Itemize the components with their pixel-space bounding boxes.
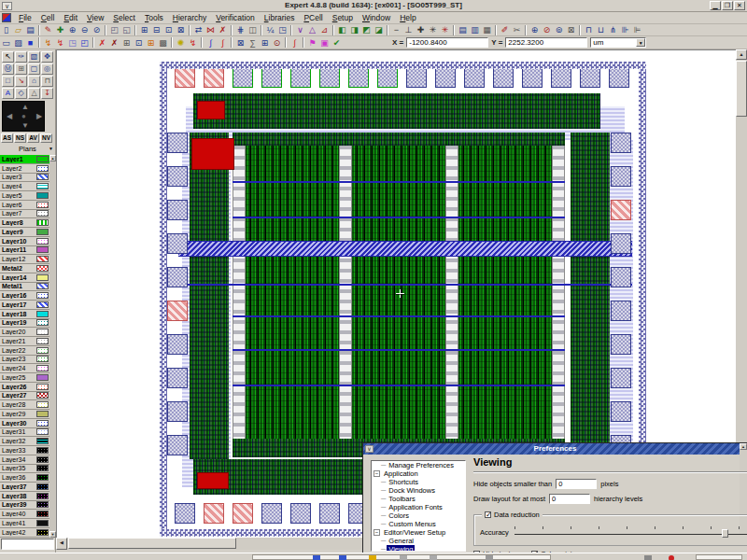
scroll-up-icon[interactable]: ▲	[736, 49, 747, 60]
toolbar-icon[interactable]: ▤	[24, 24, 36, 35]
tree-item-toolbars[interactable]: ─Toolbars	[372, 495, 465, 503]
toolbar-icon[interactable]: ∫	[289, 37, 301, 49]
toolbar-icon[interactable]: ▥	[469, 24, 481, 35]
layer-row[interactable]: Layer8	[0, 218, 49, 228]
taskbar-icon[interactable]	[339, 555, 346, 560]
toolbar-icon[interactable]: ⊟	[150, 24, 162, 35]
toolbar-icon[interactable]: ✳	[439, 24, 451, 35]
toolbar-icon[interactable]: ⚑	[306, 37, 318, 49]
toolbar-icon[interactable]: ◰	[108, 24, 120, 35]
layer-row[interactable]: Layer1	[0, 155, 49, 164]
menu-item-window[interactable]: Window	[358, 13, 395, 22]
layer-row[interactable]: Layer29	[0, 410, 49, 419]
layer-row[interactable]: Layer2	[0, 164, 49, 174]
units-dropdown[interactable]: um ▼	[590, 37, 646, 48]
toolbar-icon[interactable]: ⊞	[145, 37, 157, 49]
tree-item-application-fonts[interactable]: ─Application Fonts	[372, 503, 465, 511]
pan-up-icon[interactable]: ▲	[21, 104, 29, 111]
toolbar-icon[interactable]: ⋔	[607, 24, 619, 35]
layer-row[interactable]: Layer27	[0, 392, 49, 401]
menu-item-pcell[interactable]: PCell	[299, 13, 327, 22]
layer-row[interactable]: Layer16	[0, 291, 49, 301]
mode-button-av[interactable]: AV	[27, 133, 39, 143]
taskbar-icon[interactable]	[313, 555, 320, 560]
mode-button-as[interactable]: AS	[1, 133, 13, 143]
tree-item-general[interactable]: ─General	[372, 537, 465, 545]
layer-row[interactable]: Layer33	[0, 446, 49, 455]
pan-right-icon[interactable]: ▶	[36, 113, 42, 120]
tree-item-shortcuts[interactable]: ─Shortcuts	[372, 478, 465, 486]
tool-button-3[interactable]: ▧	[28, 51, 40, 63]
toolbar-icon[interactable]: ⊙	[271, 37, 283, 49]
layer-row[interactable]: Layer18	[0, 310, 49, 319]
toolbar-icon[interactable]: ✗	[96, 37, 108, 49]
scroll-left-icon[interactable]: ◀	[56, 538, 67, 550]
toolbar-icon[interactable]: ◧	[336, 24, 348, 35]
toolbar-icon[interactable]: ⊠	[234, 37, 247, 49]
menu-item-tools[interactable]: Tools	[140, 13, 168, 22]
toolbar-icon[interactable]: ⊥	[402, 24, 415, 35]
plans-dropdown[interactable]: Plans ▼	[1, 144, 54, 154]
layer-list-scrollbar[interactable]: ▲ ▼	[49, 155, 56, 538]
toolbar-icon[interactable]: ▦	[481, 24, 493, 35]
close-button[interactable]: ✕	[734, 1, 745, 10]
taskbar-icon[interactable]	[400, 555, 407, 560]
layer-row[interactable]: Layer22	[0, 346, 49, 356]
tool-button-4[interactable]: ✥	[41, 51, 53, 63]
layer-row[interactable]: Layer40	[0, 510, 49, 519]
layer-row[interactable]: Layer36	[0, 473, 49, 483]
taskbar-icon[interactable]	[644, 555, 652, 560]
tool-button-9[interactable]: □	[2, 76, 14, 87]
toolbar-icon[interactable]: ⊠	[565, 24, 577, 35]
layer-row[interactable]: Layer34	[0, 455, 49, 465]
taskbar[interactable]	[0, 553, 747, 560]
toolbar-icon[interactable]: ◰	[78, 37, 91, 49]
layer-row[interactable]: Layer6	[0, 201, 49, 210]
toolbar-icon[interactable]: ◳	[276, 24, 289, 35]
minimize-button[interactable]: ▁	[710, 1, 721, 10]
layer-row[interactable]: Layer10	[0, 237, 49, 246]
toolbar-icon[interactable]: ▤	[457, 24, 469, 35]
tool-button-12[interactable]: ⊓	[41, 76, 53, 87]
vertical-scroll-thumb[interactable]	[736, 61, 747, 117]
layer-row[interactable]: Layer25	[0, 373, 49, 383]
taskbar-icon[interactable]	[486, 555, 493, 560]
toolbar-icon[interactable]: ✗	[217, 24, 229, 35]
mode-button-nv[interactable]: NV	[40, 133, 52, 143]
toolbar-icon[interactable]: ⊪	[619, 24, 631, 35]
dialog-title-bar[interactable]: ∨ Preferences	[363, 443, 747, 455]
layer-row[interactable]: Layer24	[0, 364, 49, 373]
pan-left-icon[interactable]: ◀	[7, 113, 12, 120]
toolbar-icon[interactable]: ∫	[204, 37, 217, 49]
toolbar-icon[interactable]: ↯	[54, 37, 66, 49]
horizontal-scroll-thumb[interactable]	[68, 538, 236, 549]
toolbar-icon[interactable]: ∫	[217, 37, 229, 49]
tool-button-11[interactable]: ⌂	[28, 76, 40, 87]
toolbar-icon[interactable]: ✗	[108, 37, 120, 49]
layer-row[interactable]: Layer11	[0, 246, 49, 256]
tree-expander-icon[interactable]: −	[374, 470, 380, 477]
layer-row[interactable]: Layer38	[0, 492, 49, 501]
layer-row[interactable]: Layer17	[0, 301, 49, 310]
x-coordinate-input[interactable]	[406, 37, 488, 48]
toolbar-icon[interactable]: ⇄	[192, 24, 204, 35]
toolbar-icon[interactable]: ✚	[415, 24, 427, 35]
menu-item-libraries[interactable]: Libraries	[260, 13, 300, 22]
tool-button-10[interactable]: ↘	[15, 76, 27, 87]
toolbar-icon[interactable]: ▩	[157, 37, 169, 49]
toolbar-icon[interactable]: ⊠	[175, 24, 187, 35]
tree-item-dock-windows[interactable]: ─Dock Windows	[372, 486, 465, 495]
menu-item-setup[interactable]: Setup	[328, 13, 358, 22]
toolbar-icon[interactable]: ✚	[54, 24, 66, 35]
layer-filter-input[interactable]	[1, 539, 54, 550]
layer-row[interactable]: Layer23	[0, 356, 49, 365]
toolbar-icon[interactable]: ◫	[247, 24, 259, 35]
tree-item-application[interactable]: −Application	[372, 469, 465, 478]
hide-objects-input[interactable]	[556, 479, 597, 489]
layer-row[interactable]: Layer41	[0, 519, 49, 528]
layer-row[interactable]: Layer35	[0, 465, 49, 474]
toolbar-icon[interactable]: ⊖	[78, 24, 91, 35]
restore-button[interactable]: ❐	[722, 1, 733, 10]
data-reduction-checkbox[interactable]	[485, 511, 491, 518]
tool-button-13[interactable]: A	[2, 88, 14, 99]
